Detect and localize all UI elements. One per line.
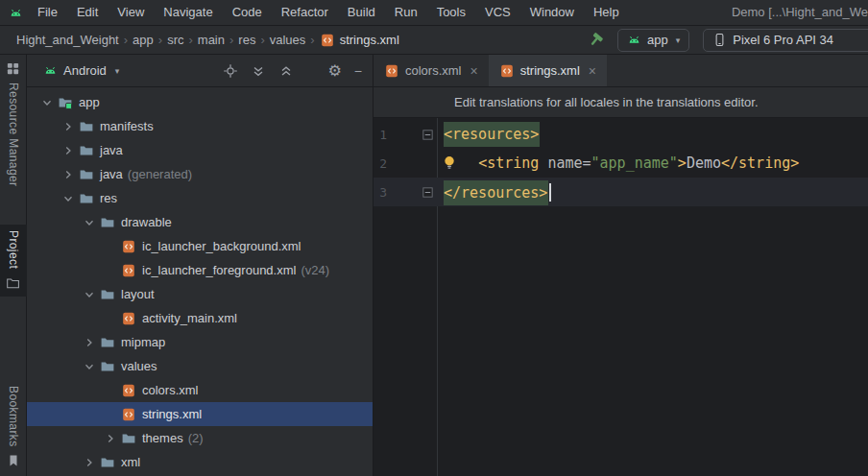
menu-code[interactable]: Code [223, 0, 272, 25]
breadcrumb-hight_and_weight[interactable]: Hight_and_Weight [13, 33, 122, 47]
code-editor[interactable]: 1<resources>2 <string name="app_name">De… [374, 118, 868, 476]
project-panel-toolbar: ⚙ − [223, 63, 362, 79]
breadcrumb-app[interactable]: app [130, 33, 157, 47]
tree-item-strings.xml[interactable]: strings.xml [27, 402, 373, 426]
chevron-expanded-icon[interactable] [81, 287, 97, 302]
menu-help[interactable]: Help [584, 0, 629, 25]
tree-item-label: ic_launcher_foreground.xml [142, 263, 296, 277]
collapse-all-icon[interactable] [278, 63, 294, 79]
chevron-expanded-icon[interactable] [81, 359, 97, 374]
menu-refactor[interactable]: Refactor [272, 0, 338, 25]
breadcrumb-separator: › [228, 33, 235, 47]
chevron-expanded-icon[interactable] [60, 191, 76, 206]
menu-items: FileEditViewNavigateCodeRefactorBuildRun… [28, 0, 629, 25]
chevron-collapsed-icon[interactable] [60, 167, 76, 182]
menu-vcs[interactable]: VCS [475, 0, 520, 25]
expand-all-icon[interactable] [251, 63, 266, 79]
tree-item-layout[interactable]: layout [27, 282, 373, 306]
folder-app-icon [57, 95, 73, 110]
menu-run[interactable]: Run [385, 0, 427, 25]
code-line-2[interactable]: 2 <string name="app_name">Demo</string> [374, 149, 868, 178]
editor-tab-colors.xml[interactable]: colors.xml× [374, 55, 489, 86]
code-token: </resources> [444, 180, 548, 205]
menu-view[interactable]: View [108, 0, 154, 25]
android-head-icon [43, 63, 58, 78]
fold-marker-icon[interactable] [418, 187, 437, 198]
device-selector[interactable]: Pixel 6 Pro API 34 [703, 29, 868, 52]
chevron-expanded-icon[interactable] [81, 215, 97, 230]
chevron-collapsed-icon[interactable] [81, 455, 97, 470]
chevron-collapsed-icon[interactable] [81, 335, 97, 350]
folder-icon [78, 191, 94, 206]
code-token: name [547, 155, 582, 172]
breadcrumb-label: app [133, 33, 154, 47]
tree-item-xml[interactable]: xml [27, 450, 373, 474]
xml-file-icon [120, 383, 136, 398]
panel-splitter[interactable] [373, 55, 374, 476]
menu-navigate[interactable]: Navigate [154, 0, 222, 25]
tool-button-project[interactable]: Project [0, 225, 27, 296]
breadcrumb-label: main [198, 33, 225, 47]
chevron-collapsed-icon[interactable] [60, 119, 76, 134]
breadcrumb-src[interactable]: src [164, 33, 186, 47]
close-tab-icon[interactable]: × [470, 64, 478, 78]
build-hammer-icon[interactable] [588, 32, 604, 48]
menu-window[interactable]: Window [520, 0, 584, 25]
breadcrumb-separator: › [258, 33, 266, 47]
tab-label: strings.xml [520, 63, 580, 78]
tree-item-java[interactable]: java [27, 138, 373, 162]
breadcrumb-label: res [238, 33, 255, 47]
tree-item-res[interactable]: res [27, 186, 373, 210]
menu-file[interactable]: File [28, 0, 67, 25]
menu-edit[interactable]: Edit [67, 0, 108, 25]
android-studio-logo-icon [9, 6, 23, 20]
tree-item-ic_launcher_background.xml[interactable]: ic_launcher_background.xml [27, 234, 373, 258]
menu-tools[interactable]: Tools [427, 0, 475, 25]
run-config-selector[interactable]: app ▾ [617, 29, 689, 52]
tool-button-bookmarks[interactable]: Bookmarks [0, 380, 27, 473]
tree-item-drawable[interactable]: drawable [27, 210, 373, 234]
chevron-collapsed-icon[interactable] [60, 143, 76, 158]
locate-file-icon[interactable] [223, 63, 238, 79]
folder-icon [99, 335, 115, 350]
chevron-expanded-icon[interactable] [38, 95, 55, 110]
fold-marker-icon[interactable] [418, 130, 437, 140]
breadcrumb-res[interactable]: res [235, 33, 258, 47]
tree-item-mipmap[interactable]: mipmap [27, 330, 373, 354]
breadcrumb-label: values [270, 33, 306, 47]
breadcrumb-main[interactable]: main [195, 33, 228, 47]
intention-lightbulb-icon[interactable] [442, 155, 457, 173]
line-number: 2 [374, 156, 387, 171]
tree-item-java-generated[interactable]: java(generated) [27, 162, 373, 186]
tree-item-activity_main.xml[interactable]: activity_main.xml [27, 306, 373, 330]
chevron-spacer [102, 311, 118, 326]
tree-item-themes-2[interactable]: themes(2) [27, 426, 373, 450]
tree-item-values[interactable]: values [27, 354, 373, 378]
hide-panel-icon[interactable]: − [354, 64, 362, 78]
code-line-1[interactable]: 1<resources> [374, 120, 868, 149]
tree-item-app[interactable]: app [27, 90, 373, 114]
close-tab-icon[interactable]: × [589, 64, 596, 78]
breadcrumb-strings.xml[interactable]: strings.xml [317, 33, 402, 48]
code-token: <string [478, 155, 547, 172]
settings-gear-icon[interactable]: ⚙ [327, 63, 341, 79]
banner-text: Edit translations for all locales in the… [454, 95, 759, 109]
tree-item-ic_launcher_foreground.xml-v24[interactable]: ic_launcher_foreground.xml(v24) [27, 258, 373, 282]
xml-file-icon [320, 33, 335, 48]
editor-tab-strings.xml[interactable]: strings.xml× [489, 55, 607, 86]
xml-file-icon [120, 407, 136, 422]
menu-build[interactable]: Build [338, 0, 385, 25]
tree-item-label: app [79, 95, 100, 109]
code-token: > [678, 155, 687, 172]
breadcrumb-values[interactable]: values [267, 33, 309, 47]
tree-item-manifests[interactable]: manifests [27, 114, 373, 138]
project-view-selector[interactable]: Android ▾ [43, 63, 119, 78]
tree-item-label: manifests [100, 119, 154, 133]
tree-item-colors.xml[interactable]: colors.xml [27, 378, 373, 402]
code-token: "app_name" [591, 155, 678, 172]
chevron-collapsed-icon[interactable] [102, 431, 118, 446]
device-label: Pixel 6 Pro API 34 [733, 33, 833, 47]
tool-button-resource-manager[interactable]: Resource Manager [0, 56, 27, 192]
code-token: Demo [687, 155, 721, 172]
code-line-3[interactable]: 3</resources> [374, 178, 868, 206]
